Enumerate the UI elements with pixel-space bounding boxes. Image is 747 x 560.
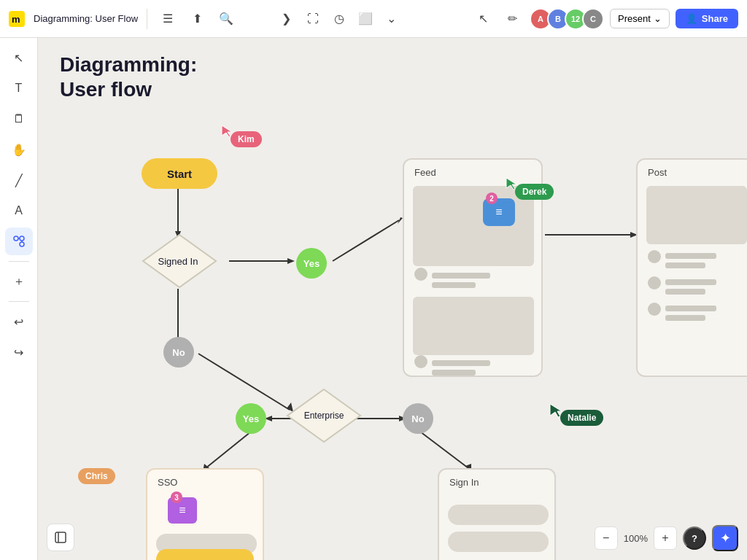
zoom-out-button[interactable]: − [595, 526, 618, 550]
derek-comment-bubble[interactable]: ≡ 2 [483, 198, 515, 226]
toolbar-right: ↖ ✏ A B 12 C Present ⌄ 👤 Share [471, 7, 738, 31]
sidebar-sep [9, 261, 29, 262]
page-frames-button[interactable] [47, 524, 74, 551]
hamburger-menu-button[interactable]: ☰ [156, 7, 179, 31]
post-box[interactable]: Post [636, 158, 747, 377]
pen-tool-button[interactable]: ✏ [500, 7, 524, 31]
kim-label: Kim [231, 131, 262, 147]
svg-marker-30 [506, 178, 516, 190]
hand-tool-sidebar[interactable]: ✋ [5, 136, 33, 163]
enterprise-label: Enterprise [304, 411, 344, 421]
derek-label: Derek [515, 184, 554, 200]
no1-node[interactable]: No [163, 337, 194, 368]
sep1 [147, 9, 147, 29]
note-tool-sidebar[interactable]: 🗒 [5, 105, 33, 133]
undo-button[interactable]: ↩ [5, 308, 33, 335]
svg-line-23 [206, 432, 251, 468]
timer-button[interactable]: ◷ [328, 7, 351, 31]
add-tool-sidebar[interactable]: ＋ [5, 268, 33, 295]
sso-button [156, 549, 254, 560]
svg-point-2 [14, 236, 18, 241]
sso-comment-count: 3 [171, 491, 182, 503]
svg-point-3 [20, 242, 24, 246]
frame-button[interactable]: ⬜ [354, 7, 377, 31]
navigate-button[interactable]: ❯ [275, 7, 298, 31]
feed-image-2 [413, 297, 534, 355]
sign-in-box[interactable]: Sign In [438, 468, 556, 560]
toolbar-center: ❯ ⛶ ◷ ⬜ ⌄ [275, 7, 403, 31]
svg-line-25 [420, 432, 468, 468]
diagram-tool-sidebar[interactable] [5, 228, 33, 255]
pen-line-tool-sidebar[interactable]: ╱ [5, 166, 33, 194]
app-logo: m [9, 11, 25, 27]
post-line-5 [665, 306, 716, 311]
bottom-controls: − 100% + ? ✦ [595, 525, 738, 551]
post-line-6 [665, 315, 705, 321]
fullscreen-button[interactable]: ⛶ [301, 7, 325, 31]
text-tool-sidebar[interactable]: T [5, 74, 33, 102]
board-heading: Diagramming: User flow [60, 52, 197, 101]
signed-in-diamond[interactable]: Signed In [142, 233, 214, 289]
svg-marker-12 [398, 217, 403, 224]
post-avatar-1 [648, 250, 661, 263]
help-button[interactable]: ? [683, 526, 706, 550]
yes2-node[interactable]: Yes [236, 403, 266, 434]
cursor-tool-button[interactable]: ↖ [471, 7, 495, 31]
share-icon: 👤 [686, 13, 697, 24]
feed-line-1 [432, 273, 490, 279]
natalie-label: Natalie [560, 410, 603, 426]
svg-rect-32 [55, 532, 66, 542]
sso-box[interactable]: SSO ≡ 3 [146, 468, 264, 560]
magic-button[interactable]: ✦ [712, 525, 738, 551]
canvas[interactable]: Diagramming: User flow Start Signed In Y… [38, 38, 747, 560]
post-avatar-2 [648, 276, 661, 289]
svg-marker-10 [287, 258, 295, 264]
start-node[interactable]: Start [142, 158, 217, 189]
sign-in-input-1 [448, 505, 549, 525]
post-line-3 [665, 279, 716, 285]
svg-marker-29 [222, 125, 232, 137]
enterprise-diamond[interactable]: Enterprise [286, 388, 362, 443]
sidebar-sep2 [9, 301, 29, 302]
present-button[interactable]: Present ⌄ [610, 9, 670, 28]
chris-label: Chris [78, 468, 115, 484]
feed-line-4 [432, 370, 476, 376]
avatar-3: C [582, 8, 604, 30]
feed-avatar-2 [414, 355, 427, 368]
board-title: Diagramming: User Flow [34, 13, 138, 24]
svg-line-17 [198, 354, 290, 410]
sso-label: SSO [158, 477, 177, 488]
more-button[interactable]: ⌄ [380, 7, 403, 31]
zoom-in-button[interactable]: + [654, 526, 677, 550]
post-line-1 [665, 253, 716, 259]
cursor-tool-sidebar[interactable]: ↖ [5, 44, 33, 71]
share-button[interactable]: 👤 Share [676, 9, 738, 28]
left-sidebar: ↖ T 🗒 ✋ ╱ A ＋ ↩ ↪ [0, 38, 38, 560]
text-format-tool-sidebar[interactable]: A [5, 197, 33, 225]
no2-node[interactable]: No [403, 403, 433, 434]
derek-comment-count: 2 [486, 192, 498, 204]
post-line-4 [665, 289, 705, 295]
feed-line-3 [432, 360, 490, 366]
sso-comment-bubble[interactable]: ≡ 3 [168, 497, 197, 524]
feed-image-1 [413, 186, 534, 266]
redo-button[interactable]: ↪ [5, 338, 33, 366]
derek-comment-icon: ≡ [495, 206, 502, 219]
feed-line-2 [432, 282, 476, 288]
post-avatar-3 [648, 303, 661, 316]
yes1-node[interactable]: Yes [296, 248, 327, 279]
svg-line-11 [333, 220, 399, 261]
feed-label: Feed [414, 167, 436, 178]
signed-in-label: Signed In [158, 256, 198, 267]
post-image [646, 186, 747, 244]
search-button[interactable]: 🔍 [214, 7, 238, 31]
feed-avatar-1 [414, 268, 427, 281]
avatar-group: A B 12 C [530, 8, 604, 30]
upload-button[interactable]: ⬆ [185, 7, 209, 31]
top-toolbar: m Diagramming: User Flow ☰ ⬆ 🔍 ❯ ⛶ ◷ ⬜ ⌄… [0, 0, 747, 38]
chevron-down-icon: ⌄ [654, 13, 662, 24]
post-label: Post [648, 167, 667, 178]
svg-text:m: m [12, 14, 20, 25]
sign-in-input-2 [448, 532, 549, 552]
post-line-2 [665, 262, 705, 268]
